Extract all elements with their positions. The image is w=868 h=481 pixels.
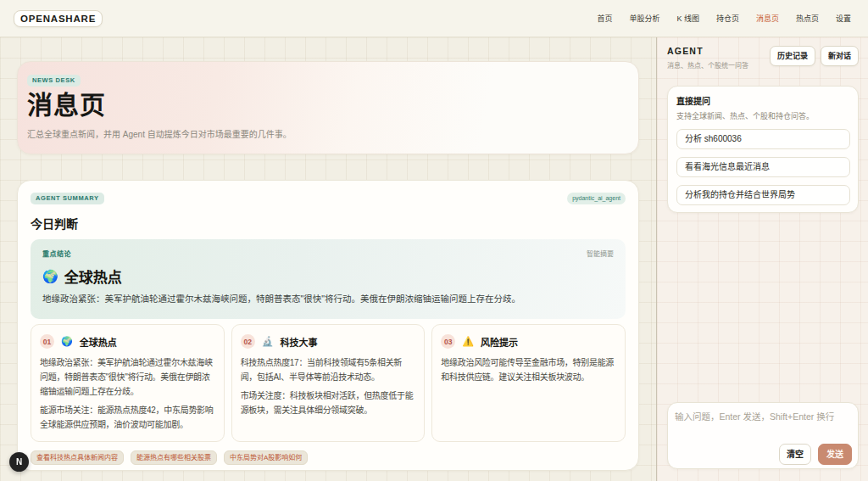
- quick-question-energy[interactable]: 能源热点有哪些相关股票: [131, 450, 217, 465]
- nav-item-home[interactable]: 首页: [597, 13, 612, 24]
- summary-column-risk: 03 ⚠️ 风险提示 地缘政治风险可能传导至金融市场，特别是能源和科技供应链。建…: [431, 324, 626, 442]
- sidebar-title-block: AGENT 消息、热点、个股统一问答: [667, 46, 748, 70]
- nav-item-stock-analysis[interactable]: 单股分析: [629, 13, 659, 24]
- page-title: 消息页: [27, 91, 625, 120]
- page-subtitle: 汇总全球重点新闻，并用 Agent 自动提炼今日对市场最重要的几件事。: [27, 127, 625, 140]
- summary-column-tech: 02 🔬 科技大事 科技热点热度17：当前科技领域有5条相关新闻，包括AI、半导…: [231, 324, 426, 442]
- key-conclusion-label: 重点结论: [42, 249, 71, 260]
- main-nav: 首页 单股分析 K 线图 持仓页 消息页 热点页 设置: [597, 13, 851, 24]
- sidebar-actions: 历史记录 新对话: [770, 46, 859, 66]
- quick-question-mideast[interactable]: 中东局势对A股影响如何: [224, 450, 308, 465]
- column-number-badge: 03: [441, 334, 455, 349]
- direct-ask-card: 直接提问 支持全球新闻、热点、个股和持仓问答。 分析 sh600036 看看海光…: [667, 86, 859, 213]
- hero-card: NEWS DESK 消息页 汇总全球重点新闻，并用 Agent 自动提炼今日对市…: [17, 61, 639, 154]
- nav-item-portfolio[interactable]: 持仓页: [716, 13, 739, 24]
- suggestion-list: 分析 sh600036 看看海光信息最近消息 分析我的持仓并结合世界局势: [676, 129, 850, 205]
- summary-columns: 01 🌍 全球热点 地缘政治紧张：美军护航油轮通过霍尔木兹海峡问题，特朗普表态"…: [31, 324, 626, 442]
- news-desk-badge: NEWS DESK: [27, 75, 81, 87]
- highlight-title-row: 🌍 全球热点: [42, 266, 614, 287]
- suggestion-portfolio-world[interactable]: 分析我的持仓并结合世界局势: [676, 185, 850, 205]
- summary-header: AGENT SUMMARY pydantic_ai_agent: [31, 193, 626, 204]
- question-composer: 清空 发送: [667, 402, 859, 469]
- new-chat-button[interactable]: 新对话: [821, 46, 859, 66]
- send-button[interactable]: 发送: [818, 444, 852, 465]
- nav-item-settings[interactable]: 设置: [836, 13, 851, 24]
- nav-item-hotspots[interactable]: 热点页: [796, 13, 819, 24]
- column-header: 03 ⚠️ 风险提示: [441, 334, 616, 349]
- column-number-badge: 02: [241, 334, 255, 349]
- summary-heading: 今日判断: [31, 215, 626, 232]
- floating-n-badge[interactable]: N: [9, 452, 29, 472]
- quick-question-tech[interactable]: 查看科技热点具体新闻内容: [31, 450, 124, 465]
- column-paragraph: 能源市场关注：能源热点热度42，中东局势影响全球能源供应预期，油价波动可能加剧。: [40, 403, 215, 432]
- suggestion-company-news[interactable]: 看看海光信息最近消息: [676, 157, 850, 177]
- history-button[interactable]: 历史记录: [770, 46, 815, 66]
- sidebar-header: AGENT 消息、热点、个股统一问答 历史记录 新对话: [667, 46, 859, 70]
- warning-icon: ⚠️: [462, 337, 474, 346]
- column-title: 全球热点: [80, 335, 117, 349]
- question-input[interactable]: [675, 410, 852, 444]
- nav-item-news[interactable]: 消息页: [756, 13, 779, 24]
- microscope-icon: 🔬: [262, 337, 274, 346]
- column-paragraph: 地缘政治风险可能传导至金融市场，特别是能源和科技供应链。建议关注相关板块波动。: [441, 355, 616, 384]
- agent-title: AGENT: [667, 46, 748, 56]
- agent-subtitle: 消息、热点、个股统一问答: [667, 60, 748, 70]
- globe-icon: 🌍: [61, 337, 73, 346]
- agent-sidebar: AGENT 消息、热点、个股统一问答 历史记录 新对话 直接提问 支持全球新闻、…: [656, 37, 868, 481]
- column-header: 02 🔬 科技大事: [241, 334, 416, 349]
- body-row: NEWS DESK 消息页 汇总全球重点新闻，并用 Agent 自动提炼今日对市…: [0, 37, 868, 481]
- clear-button[interactable]: 清空: [779, 444, 811, 465]
- column-title: 风险提示: [481, 335, 518, 349]
- brand-logo[interactable]: OPENASHARE: [14, 10, 103, 27]
- key-conclusion-panel: 重点结论 智能摘要 🌍 全球热点 地缘政治紧张：美军护航油轮通过霍尔木兹海峡问题…: [31, 239, 626, 319]
- agent-summary-badge: AGENT SUMMARY: [31, 193, 104, 204]
- column-number-badge: 01: [40, 334, 54, 349]
- composer-actions: 清空 发送: [675, 444, 852, 465]
- quick-question-pills: 查看科技热点具体新闻内容 能源热点有哪些相关股票 中东局势对A股影响如何: [31, 450, 626, 465]
- direct-ask-title: 直接提问: [676, 96, 850, 107]
- main-content: NEWS DESK 消息页 汇总全球重点新闻，并用 Agent 自动提炼今日对市…: [0, 37, 656, 481]
- column-header: 01 🌍 全球热点: [40, 334, 215, 349]
- direct-ask-description: 支持全球新闻、热点、个股和持仓问答。: [676, 111, 850, 121]
- globe-icon: 🌍: [42, 270, 58, 282]
- summary-column-global: 01 🌍 全球热点 地缘政治紧张：美军护航油轮通过霍尔木兹海峡问题，特朗普表态"…: [31, 324, 225, 442]
- highlight-title: 全球热点: [64, 266, 122, 287]
- app-root: OPENASHARE 首页 单股分析 K 线图 持仓页 消息页 热点页 设置 N…: [0, 0, 868, 481]
- column-paragraph: 科技热点热度17：当前科技领域有5条相关新闻，包括AI、半导体等前沿技术动态。: [241, 355, 416, 384]
- key-conclusion-header: 重点结论 智能摘要: [42, 249, 614, 260]
- nav-item-kline[interactable]: K 线图: [676, 13, 699, 24]
- column-paragraph: 市场关注度：科技板块相对活跃，但热度低于能源板块，需关注具体细分领域突破。: [241, 389, 416, 417]
- smart-summary-label: 智能摘要: [587, 249, 614, 260]
- column-title: 科技大事: [280, 335, 317, 349]
- suggestion-analyze-stock[interactable]: 分析 sh600036: [676, 129, 850, 149]
- top-bar: OPENASHARE 首页 单股分析 K 线图 持仓页 消息页 热点页 设置: [0, 0, 868, 37]
- agent-summary-card: AGENT SUMMARY pydantic_ai_agent 今日判断 重点结…: [17, 180, 639, 471]
- agent-model-tag: pydantic_ai_agent: [567, 193, 626, 204]
- highlight-text: 地缘政治紧张：美军护航油轮通过霍尔木兹海峡问题，特朗普表态"很快"将行动。美俄在…: [42, 292, 614, 305]
- column-paragraph: 地缘政治紧张：美军护航油轮通过霍尔木兹海峡问题，特朗普表态"很快"将行动。美俄在…: [40, 355, 215, 399]
